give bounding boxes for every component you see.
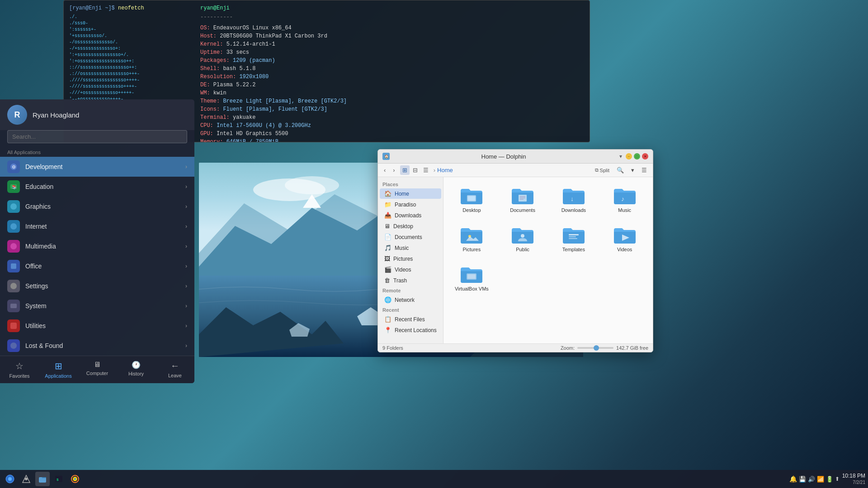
multimedia-label: Multimedia <box>25 243 56 250</box>
sidebar-item-desktop[interactable]: 🖥 Desktop <box>380 221 441 231</box>
breadcrumb-home[interactable]: Home <box>437 167 453 174</box>
sidebar-item-system[interactable]: System › <box>0 296 194 316</box>
recent-locations-icon: 📍 <box>384 327 392 333</box>
folder-desktop[interactable]: Desktop <box>449 183 495 216</box>
taskbar-plasma-icon[interactable] <box>3 472 17 486</box>
music-icon: 🎵 <box>384 244 392 251</box>
folder-documents-label: Documents <box>510 207 535 213</box>
split-icon: ⧉ <box>595 167 599 173</box>
office-label: Office <box>25 263 42 270</box>
split-button[interactable]: ⧉ Split <box>593 166 612 174</box>
footer-history[interactable]: 🕐 History <box>117 356 156 383</box>
utilities-icon <box>7 319 20 332</box>
folder-public[interactable]: Public <box>500 222 546 256</box>
terminal-info: ryan@Enji ---------- OS: EndeavourOS Lin… <box>200 4 584 142</box>
office-arrow: › <box>185 263 187 269</box>
term-memory: Memory: 646MiB / 7850MiB <box>200 138 584 142</box>
sidebar-item-documents[interactable]: 📄 Documents <box>380 232 441 242</box>
art-line-12: -////sssssssssssssso++++- <box>69 84 187 90</box>
sidebar-item-utilities[interactable]: Utilities › <box>0 316 194 336</box>
search-button[interactable]: 🔍 <box>614 165 626 175</box>
sidebar-item-education[interactable]: 📚 Education › <box>0 177 194 197</box>
footer-favorites[interactable]: ☆ Favorites <box>0 356 39 383</box>
sidebar-item-trash[interactable]: 🗑 Trash <box>380 275 441 286</box>
tray-wifi-icon[interactable]: 📶 <box>817 476 824 483</box>
back-button[interactable]: ‹ <box>382 165 388 175</box>
sidebar-item-network[interactable]: 🌐 Network <box>380 295 441 305</box>
sidebar-item-pictures[interactable]: 🖼 Pictures <box>380 253 441 264</box>
term-gpu: GPU: Intel HD Graphics 5500 <box>200 130 584 138</box>
folder-music[interactable]: ♪ Music <box>602 183 647 216</box>
footer-applications[interactable]: ⊞ Applications <box>39 356 78 383</box>
sidebar-item-office[interactable]: Office › <box>0 256 194 276</box>
folder-virtualbox-vms[interactable]: VirtualBox VMs <box>449 261 495 295</box>
education-label: Education <box>25 183 53 190</box>
list-view-button[interactable]: ☰ <box>421 165 431 175</box>
tray-storage-icon[interactable]: 💾 <box>799 476 806 483</box>
folder-videos-label: Videos <box>617 247 632 252</box>
filter-button[interactable]: ▾ <box>629 165 637 175</box>
close-button[interactable]: ✕ <box>642 153 648 160</box>
zoom-slider[interactable] <box>577 347 613 349</box>
tray-battery-icon[interactable]: 🔋 <box>826 476 833 483</box>
dolphin-main: Desktop Documents <box>443 177 653 343</box>
tray-update-icon[interactable]: ⬆ <box>835 476 840 482</box>
svg-rect-42 <box>569 234 579 235</box>
tray-audio-icon[interactable]: 🔊 <box>808 476 815 483</box>
chevron-down-icon[interactable]: ▾ <box>618 152 624 160</box>
minimize-button[interactable]: − <box>626 153 632 160</box>
art-line-8: ':+osssssssssssssssso++: <box>69 58 187 65</box>
sidebar-item-multimedia[interactable]: Multimedia › <box>0 236 194 256</box>
svg-point-41 <box>521 234 524 238</box>
menu-button[interactable]: ☰ <box>639 165 649 175</box>
compact-view-button[interactable]: ⊟ <box>410 165 420 175</box>
computer-label: Computer <box>86 371 108 376</box>
term-icons: Icons: Fluent [Plasma], Fluent [GTK2/3] <box>200 105 584 113</box>
section-label-all-apps: All Applications <box>0 147 194 157</box>
term-theme: Theme: Breeze Light [Plasma], Breeze [GT… <box>200 97 584 105</box>
svg-rect-47 <box>467 274 476 279</box>
sidebar-item-videos[interactable]: 🎬 Videos <box>380 264 441 275</box>
folder-pictures[interactable]: Pictures <box>449 222 495 256</box>
footer-computer[interactable]: 🖥 Computer <box>78 356 117 383</box>
taskbar-terminal-icon[interactable]: $ <box>52 472 66 486</box>
sidebar-item-recent-files[interactable]: 📋 Recent Files <box>380 314 441 324</box>
folder-documents[interactable]: Documents <box>500 183 546 216</box>
graphics-arrow: › <box>185 203 187 210</box>
icon-view-button[interactable]: ⊞ <box>400 165 410 175</box>
svg-rect-44 <box>569 238 577 239</box>
folder-downloads[interactable]: ↓ Downloads <box>551 183 597 216</box>
taskbar-browser-icon[interactable] <box>68 472 82 486</box>
folder-videos[interactable]: Videos <box>602 222 647 256</box>
sidebar-item-home[interactable]: 🏠 Home <box>380 188 441 199</box>
footer-leave[interactable]: ← Leave <box>156 356 194 383</box>
term-wm: WM: kwin <box>200 89 584 97</box>
sidebar-item-paradiso[interactable]: 📁 Paradiso <box>380 199 441 210</box>
sidebar-item-settings[interactable]: Settings › <box>0 276 194 296</box>
dolphin-body: Places 🏠 Home 📁 Paradiso 📥 Downloads 🖥 D… <box>378 177 653 343</box>
documents-icon: 📄 <box>384 234 392 240</box>
taskbar-activities-icon[interactable] <box>19 472 33 486</box>
clock[interactable]: 10:18 PM 7/2/21 <box>842 473 865 486</box>
art-line-2: ./sss0- <box>69 20 187 27</box>
app-launcher: R Ryan Hoagland All Applications ⚙ Devel… <box>0 99 194 383</box>
utilities-arrow: › <box>185 323 187 329</box>
term-shell: Shell: bash 5.1.8 <box>200 65 584 73</box>
sidebar-item-graphics[interactable]: Graphics › <box>0 197 194 216</box>
sidebar-music-label: Music <box>395 245 409 251</box>
zoom-label: Zoom: <box>561 345 575 351</box>
search-input[interactable] <box>7 130 187 143</box>
sidebar-item-music[interactable]: 🎵 Music <box>380 243 441 253</box>
taskbar-file-manager-icon[interactable] <box>35 472 50 486</box>
forward-button[interactable]: › <box>391 165 397 175</box>
tray-notification-icon[interactable]: 🔔 <box>789 475 797 483</box>
recent-files-icon: 📋 <box>384 316 392 323</box>
folder-templates[interactable]: Templates <box>551 222 597 256</box>
sidebar-item-development[interactable]: ⚙ Development › <box>0 157 194 177</box>
sidebar-item-internet[interactable]: Internet › <box>0 216 194 236</box>
sidebar-item-recent-locations[interactable]: 📍 Recent Locations <box>380 325 441 335</box>
folder-downloads-label: Downloads <box>561 207 586 213</box>
maximize-button[interactable]: □ <box>634 153 640 160</box>
sidebar-item-downloads[interactable]: 📥 Downloads <box>380 210 441 221</box>
sidebar-item-lost-found[interactable]: Lost & Found › <box>0 336 194 356</box>
